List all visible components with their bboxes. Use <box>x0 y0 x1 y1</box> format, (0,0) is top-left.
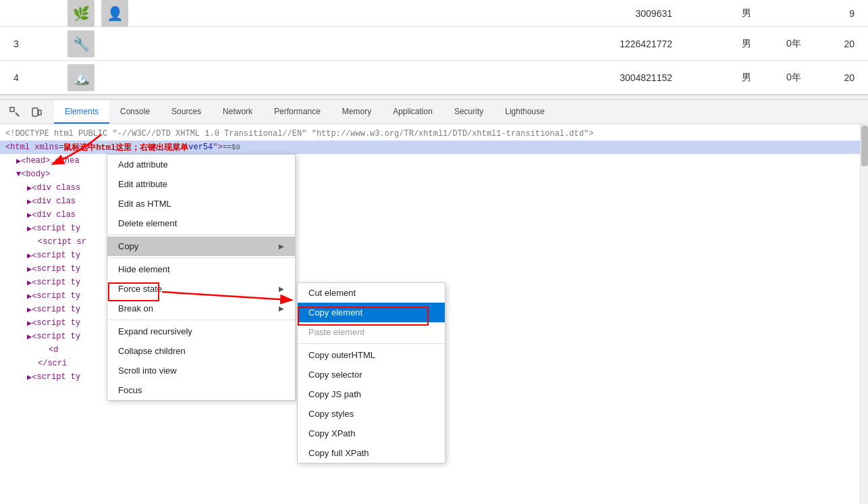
cm-copy-js-path[interactable]: Copy JS path <box>298 384 445 404</box>
row-year: 0年 <box>767 72 821 84</box>
row-year: 0年 <box>767 38 821 50</box>
inspect-icon[interactable] <box>5 103 24 122</box>
svg-line-1 <box>16 113 19 116</box>
cm-force-state-arrow: ▶ <box>279 285 284 293</box>
cm-copy-selector[interactable]: Copy selector <box>298 365 445 384</box>
horizontal-scrollbar[interactable] <box>0 95 868 100</box>
avatar-icon3: 🔧 <box>73 36 90 52</box>
cm-copy-styles[interactable]: Copy styles <box>298 404 445 424</box>
cm-copy-el[interactable]: Copy element <box>298 303 445 322</box>
vertical-scrollbar[interactable] <box>860 124 868 504</box>
cm-break-on-arrow: ▶ <box>279 305 284 312</box>
row-extra: 20 <box>821 39 855 49</box>
table-row: 3 🔧 1226421772 男 0年 20 <box>0 27 868 61</box>
tab-console[interactable]: Console <box>109 100 161 124</box>
tab-performance[interactable]: Performance <box>263 100 331 124</box>
cm-edit-attr[interactable]: Edit attribute <box>107 174 295 194</box>
row-img: 🏔️ <box>67 64 94 91</box>
cm-copy-outer[interactable]: Copy outerHTML <box>298 345 445 365</box>
tab-memory[interactable]: Memory <box>331 100 382 124</box>
cm-copy[interactable]: Copy ▶ <box>107 236 295 256</box>
cm-separator-2 <box>107 257 295 258</box>
row-img2: 👤 <box>101 0 128 27</box>
avatar-icon4: 🏔️ <box>73 70 90 86</box>
dom-line-html[interactable]: <html xmlns=鼠标选中html这里；右键出现菜单 ver54"> ==… <box>0 141 860 154</box>
cm-sep-right-1 <box>298 343 445 344</box>
context-menu-right: Cut element Copy element Paste element C… <box>297 282 445 463</box>
cm-separator-1 <box>107 234 295 235</box>
row-extra: 9 <box>821 8 855 19</box>
tab-network[interactable]: Network <box>212 100 263 124</box>
cm-focus[interactable]: Focus <box>107 380 295 400</box>
svg-rect-0 <box>10 107 14 111</box>
cm-copy-full-xpath[interactable]: Copy full XPath <box>298 443 445 463</box>
cm-separator-3 <box>107 320 295 320</box>
cm-hide-el[interactable]: Hide element <box>107 259 295 279</box>
devtools-toolbar: Elements Console Sources Network Perform… <box>0 100 868 124</box>
cm-add-attr[interactable]: Add attribute <box>107 155 295 174</box>
tab-lighthouse[interactable]: Lighthouse <box>494 100 555 124</box>
cm-collapse-children[interactable]: Collapse children <box>107 341 295 361</box>
tab-application[interactable]: Application <box>382 100 443 124</box>
dom-line-doctype[interactable]: <!DOCTYPE html PUBLIC "-//W3C//DTD XHTML… <box>0 127 860 141</box>
svg-rect-2 <box>32 108 38 116</box>
row-id: 1226421772 <box>108 39 726 49</box>
svg-rect-3 <box>38 110 41 115</box>
row-id: 3009631 <box>142 8 726 19</box>
table-row: 4 🏔️ 3004821152 男 0年 20 <box>0 61 868 95</box>
cm-copy-arrow: ▶ <box>279 243 284 250</box>
cm-force-state[interactable]: Force state ▶ <box>107 279 295 299</box>
cm-delete-el[interactable]: Delete element <box>107 213 295 233</box>
row-img: 🌿 <box>67 0 94 27</box>
elements-panel: <!DOCTYPE html PUBLIC "-//W3C//DTD XHTML… <box>0 124 868 504</box>
cm-expand-rec[interactable]: Expand recursively <box>107 322 295 341</box>
tab-sources[interactable]: Sources <box>161 100 212 124</box>
webpage-area: 🌿 👤 3009631 男 9 3 🔧 1226421772 男 0年 20 4… <box>0 0 868 100</box>
scrollbar-thumb[interactable] <box>861 126 868 166</box>
cm-edit-html[interactable]: Edit as HTML <box>107 194 295 213</box>
devtools-panel: Elements Console Sources Network Perform… <box>0 100 868 504</box>
cm-cut-el[interactable]: Cut element <box>298 283 445 303</box>
table-row: 🌿 👤 3009631 男 9 <box>0 0 868 27</box>
row-gender: 男 <box>726 38 767 50</box>
cm-break-on[interactable]: Break on ▶ <box>107 299 295 318</box>
cm-scroll-view[interactable]: Scroll into view <box>107 361 295 380</box>
tab-elements[interactable]: Elements <box>54 100 109 124</box>
avatar-icon2: 👤 <box>107 5 124 22</box>
cm-paste-el[interactable]: Paste element <box>298 322 445 342</box>
row-gender: 男 <box>726 72 767 84</box>
row-id: 3004821152 <box>108 72 726 83</box>
row-num: 4 <box>13 72 67 83</box>
avatar-icon: 🌿 <box>73 5 90 22</box>
tab-security[interactable]: Security <box>443 100 494 124</box>
device-toolbar-icon[interactable] <box>27 103 46 122</box>
row-gender: 男 <box>726 7 767 20</box>
row-extra: 20 <box>821 72 855 83</box>
row-num: 3 <box>13 39 67 49</box>
context-menu-left: Add attribute Edit attribute Edit as HTM… <box>107 154 296 401</box>
cm-copy-xpath[interactable]: Copy XPath <box>298 424 445 443</box>
devtools-tabs: Elements Console Sources Network Perform… <box>54 100 555 124</box>
row-img: 🔧 <box>67 30 94 57</box>
